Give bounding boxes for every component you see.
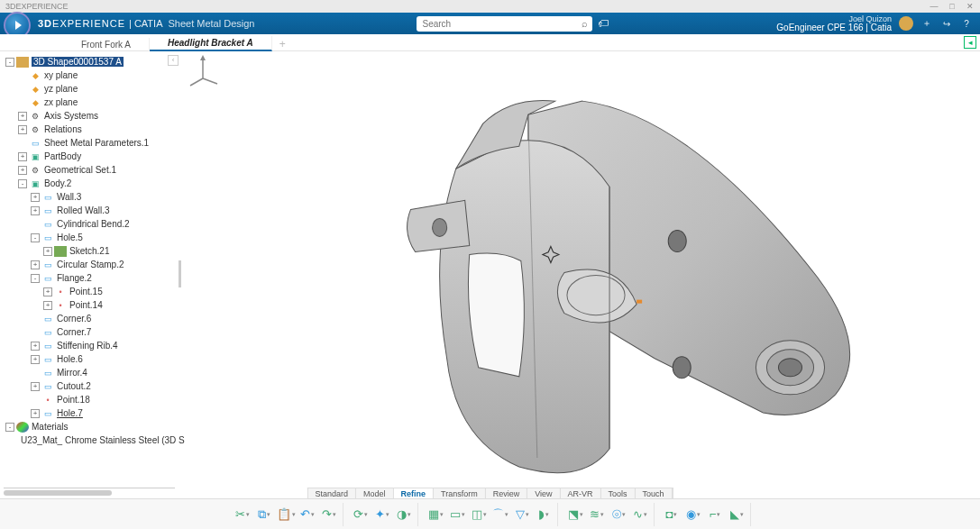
tree-node[interactable]: -▭Flange.2 (4, 271, 185, 285)
tree-label[interactable]: Point.14 (69, 300, 103, 310)
undo-icon[interactable]: ↶▾ (298, 505, 317, 524)
spec-tree[interactable]: ‹ -3D Shape00001537 A◆xy plane◆yz plane◆… (0, 51, 185, 498)
tree-label[interactable]: Axis Systems (44, 111, 98, 121)
tree-node[interactable]: +⚙Axis Systems (4, 109, 185, 123)
tree-label[interactable]: Hole.6 (57, 354, 83, 364)
tab-add-button[interactable]: + (272, 38, 293, 50)
tree-node[interactable]: -▣Body.2 (4, 177, 185, 190)
window-maximize-button[interactable]: □ (948, 2, 957, 11)
tree-node[interactable]: +⚙Relations (4, 123, 185, 136)
tree-label[interactable]: yz plane (44, 84, 78, 94)
material-icon[interactable]: ◑▾ (394, 505, 414, 524)
tree-label[interactable]: PartBody (44, 151, 81, 161)
tree-expander[interactable]: + (18, 112, 27, 121)
user-block[interactable]: Joel Quizon GoEngineer CPE 166 | Catia (776, 14, 892, 32)
tree-expander[interactable]: + (31, 206, 40, 215)
hopper-icon[interactable]: ▽▾ (512, 505, 532, 524)
collapse-panel-button[interactable]: ◂ (964, 36, 976, 49)
splitter[interactable] (179, 54, 181, 493)
tree-node[interactable]: +⚙Geometrical Set.1 (4, 163, 185, 177)
cutout-icon[interactable]: ◘▾ (662, 505, 682, 524)
corner-icon[interactable]: ⌐▾ (705, 505, 725, 524)
tree-collapse-icon[interactable]: ‹ (168, 55, 179, 66)
tree-expander[interactable]: - (31, 233, 40, 242)
tree-label[interactable]: Point.18 (57, 395, 90, 405)
search-box[interactable]: ⌕ (417, 16, 592, 32)
window-close-button[interactable]: ✕ (966, 2, 975, 11)
window-minimize-button[interactable]: — (930, 2, 939, 11)
tree-node[interactable]: +▭Rolled Wall.3 (4, 204, 185, 217)
copy-icon[interactable]: ⧉▾ (254, 505, 274, 524)
update-icon[interactable]: ⟳▾ (351, 505, 371, 524)
tree-label[interactable]: Sheet Metal Parameters.1 (44, 138, 149, 148)
tree-scrollbar[interactable] (4, 488, 175, 497)
tree-label[interactable]: Relations (44, 124, 82, 134)
tree-label[interactable]: Flange.2 (57, 273, 92, 283)
scissors-icon[interactable]: ✂▾ (233, 505, 252, 524)
tree-node[interactable]: ▭Sheet Metal Parameters.1 (4, 136, 185, 150)
tree-expander[interactable]: + (43, 247, 52, 256)
hem-icon[interactable]: ≋▾ (587, 505, 607, 524)
tree-expander[interactable]: + (31, 382, 40, 391)
tree-node[interactable]: +▭Cutout.2 (4, 379, 185, 393)
tree-label[interactable]: Cutout.2 (57, 381, 91, 391)
axis-icon[interactable]: ✦▾ (372, 505, 392, 524)
tree-node[interactable]: ◆yz plane (4, 82, 185, 96)
tree-node[interactable]: ▭Cylindrical Bend.2 (4, 217, 185, 231)
tree-node[interactable]: U23_Mat_ Chrome Stainless Steel (3D Sh (4, 433, 185, 447)
tree-expander[interactable]: + (31, 342, 40, 351)
tree-label[interactable]: Body.2 (44, 178, 71, 188)
tree-node[interactable]: ▭Corner.6 (4, 312, 185, 325)
bend-icon[interactable]: ⌒▾ (490, 505, 510, 524)
tree-label[interactable]: Corner.6 (57, 314, 91, 324)
avatar[interactable] (899, 16, 913, 31)
tree-label[interactable]: Corner.7 (57, 327, 91, 337)
tree-node[interactable]: -3D Shape00001537 A (4, 55, 185, 68)
bend2-icon[interactable]: ∿▾ (630, 505, 650, 524)
viewport-3d[interactable] (185, 51, 980, 498)
tree-expander[interactable]: + (31, 355, 40, 364)
tree-label[interactable]: Geometrical Set.1 (44, 165, 116, 175)
tree-label[interactable]: Circular Stamp.2 (57, 260, 124, 269)
tree-node[interactable]: +▭Hole.7 (4, 406, 185, 420)
tree-label[interactable]: Hole.7 (57, 408, 83, 418)
view-triad[interactable] (185, 51, 221, 87)
tree-expander[interactable]: - (18, 179, 27, 188)
tree-node[interactable]: •Point.18 (4, 393, 185, 406)
tree-label[interactable]: Materials (32, 422, 69, 432)
tree-node[interactable]: -▭Hole.5 (4, 231, 185, 244)
rolled-icon[interactable]: ◗▾ (534, 505, 554, 524)
share-icon[interactable]: ↪ (940, 17, 953, 30)
tree-label[interactable]: Wall.3 (57, 192, 81, 202)
tab-headlight-bracket[interactable]: Headlight Bracket A (150, 36, 272, 51)
tree-node[interactable]: ◆xy plane (4, 68, 185, 82)
tree-expander[interactable]: + (18, 125, 27, 134)
add-icon[interactable]: ＋ (920, 17, 933, 30)
tree-node[interactable]: ▭Mirror.4 (4, 366, 185, 379)
search-input[interactable] (417, 19, 576, 29)
redo-icon[interactable]: ↷▾ (319, 505, 339, 524)
tree-expander[interactable]: + (31, 409, 40, 418)
hole-icon[interactable]: ◉▾ (683, 505, 703, 524)
tree-node[interactable]: ◆zx plane (4, 96, 185, 109)
tree-node[interactable]: ▭Corner.7 (4, 325, 185, 339)
tree-label[interactable]: U23_Mat_ Chrome Stainless Steel (3D Sh (21, 435, 185, 445)
tree-expander[interactable]: + (43, 287, 52, 296)
tree-node[interactable]: +▭Stiffening Rib.4 (4, 339, 185, 352)
tear-icon[interactable]: ⦾▾ (609, 505, 628, 524)
tree-label[interactable]: Hole.5 (57, 233, 83, 242)
tree-node[interactable]: +▭Circular Stamp.2 (4, 258, 185, 271)
tree-label[interactable]: Mirror.4 (57, 368, 87, 378)
tree-expander[interactable]: - (31, 274, 40, 283)
tree-node[interactable]: +Sketch.21 (4, 244, 185, 258)
tree-expander[interactable]: + (43, 301, 52, 310)
tree-node[interactable]: +▣PartBody (4, 150, 185, 163)
wall-icon[interactable]: ▭▾ (447, 505, 467, 524)
tree-node[interactable]: +•Point.14 (4, 298, 185, 312)
tree-node[interactable]: +▭Wall.3 (4, 190, 185, 204)
help-icon[interactable]: ? (960, 17, 973, 30)
tree-expander[interactable]: - (5, 58, 14, 67)
tree-node[interactable]: +•Point.15 (4, 285, 185, 298)
tree-label[interactable]: Rolled Wall.3 (57, 205, 110, 215)
tree-expander[interactable]: + (31, 260, 40, 269)
